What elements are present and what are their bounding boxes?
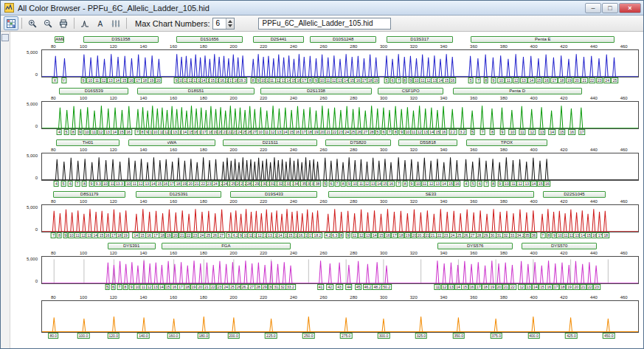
- size-label-box[interactable]: 200.0: [227, 333, 240, 339]
- allele-label-box[interactable]: 14: [528, 77, 536, 83]
- allele-label-box[interactable]: 13: [104, 129, 111, 135]
- marker-label-penta-e[interactable]: Penta E: [471, 36, 614, 43]
- minimize-button[interactable]: –: [585, 3, 601, 13]
- allele-label-box[interactable]: 4: [57, 129, 62, 135]
- allele-label-box[interactable]: 9: [347, 181, 352, 187]
- allele-label-box[interactable]: 3.2: [459, 129, 467, 135]
- allele-label-box[interactable]: 11: [351, 232, 358, 238]
- allele-label-box[interactable]: 16: [128, 77, 135, 83]
- allele-label-box[interactable]: 5: [384, 77, 389, 83]
- allele-label-box[interactable]: 5: [470, 129, 475, 135]
- allele-label-box[interactable]: 36: [530, 232, 538, 238]
- marker-label-d13s317[interactable]: D13S317: [387, 36, 453, 43]
- allele-label-box[interactable]: 15: [539, 284, 546, 290]
- allele-label-box[interactable]: 16: [387, 181, 395, 187]
- allele-label-box[interactable]: 17: [578, 129, 586, 135]
- allele-label-box[interactable]: 9: [408, 77, 413, 83]
- allele-label-box[interactable]: 8: [341, 181, 346, 187]
- allele-label-box[interactable]: 19.3: [238, 77, 248, 83]
- allele-label-box[interactable]: Y: [61, 77, 66, 83]
- marker-label-d3s1358[interactable]: D3S1358: [83, 36, 159, 43]
- allele-label-box[interactable]: 13.3: [114, 181, 125, 187]
- allele-label-box[interactable]: 14: [111, 129, 119, 135]
- allele-label-box[interactable]: 15: [537, 181, 544, 187]
- allele-label-box[interactable]: 11: [519, 129, 525, 135]
- allele-label-box[interactable]: 43: [336, 284, 343, 290]
- allele-label-box[interactable]: 9: [81, 77, 86, 83]
- allele-label-box[interactable]: 6: [328, 181, 333, 187]
- allele-label-box[interactable]: 6: [381, 129, 387, 135]
- allele-label-box[interactable]: 13: [525, 284, 533, 290]
- marker-label-d8s1179[interactable]: D8S1179: [53, 191, 125, 198]
- size-label-box[interactable]: 300.0: [378, 333, 390, 339]
- allele-label-box[interactable]: 13: [520, 77, 527, 83]
- allele-label-box[interactable]: 14: [530, 181, 538, 187]
- allele-label-box[interactable]: 9: [314, 77, 319, 83]
- allele-label-box[interactable]: 6.3: [330, 232, 339, 238]
- plot-area-black[interactable]: [41, 153, 639, 181]
- marker-label-d10s1248[interactable]: D10S1248: [310, 36, 376, 43]
- allele-label-box[interactable]: 10: [497, 77, 505, 83]
- allele-label-box[interactable]: 10: [102, 181, 109, 187]
- allele-label-box[interactable]: 8: [393, 129, 398, 135]
- allele-label-box[interactable]: 14: [548, 129, 555, 135]
- allele-label-box[interactable]: 19: [148, 77, 156, 83]
- allele-label-box[interactable]: 12: [518, 284, 525, 290]
- size-label-box[interactable]: 80.0: [48, 333, 58, 339]
- color-grid-button[interactable]: [4, 16, 18, 30]
- allele-label-box[interactable]: 16: [468, 284, 476, 290]
- marker-label-d18s51[interactable]: D18S51: [137, 88, 255, 94]
- allele-label-box[interactable]: 13: [539, 129, 546, 135]
- plot-area-red[interactable]: [41, 204, 639, 232]
- allele-label-box[interactable]: 12: [516, 181, 524, 187]
- chart-settings-button[interactable]: [108, 16, 123, 30]
- allele-label-box[interactable]: 5: [60, 181, 66, 187]
- allele-label-box[interactable]: 8: [491, 181, 496, 187]
- size-label-box[interactable]: 350.0: [453, 333, 465, 339]
- size-label-box[interactable]: 225.0: [265, 333, 277, 339]
- marker-label-d7s820[interactable]: D7S820: [325, 139, 392, 146]
- allele-label-box[interactable]: 8: [490, 129, 495, 135]
- marker-label-csf1po[interactable]: CSF1PO: [378, 88, 444, 94]
- allele-label-box[interactable]: 14: [454, 284, 462, 290]
- allele-label-box[interactable]: 9: [497, 181, 502, 187]
- allele-label-box[interactable]: 15: [536, 77, 543, 83]
- marker-label-penta-d[interactable]: Penta D: [453, 88, 582, 94]
- allele-label-box[interactable]: 15: [462, 284, 469, 290]
- marker-label-d21s11[interactable]: D21S11: [223, 139, 317, 146]
- allele-label-box[interactable]: 28: [368, 129, 375, 135]
- size-label-box[interactable]: 375.0: [490, 333, 502, 339]
- allele-label-box[interactable]: 20: [496, 284, 503, 290]
- size-label-box[interactable]: 400.0: [527, 333, 540, 339]
- size-label-box[interactable]: 275.0: [340, 333, 353, 339]
- allele-label-box[interactable]: 23: [596, 77, 603, 83]
- allele-label-box[interactable]: 9: [129, 284, 134, 290]
- size-label-box[interactable]: 140.0: [137, 333, 150, 339]
- allele-label-box[interactable]: 16: [545, 284, 553, 290]
- allele-label-box[interactable]: 18: [482, 284, 489, 290]
- allele-label-box[interactable]: 19: [122, 232, 129, 238]
- allele-label-box[interactable]: 7: [540, 232, 545, 238]
- marker-label-fga[interactable]: FGA: [162, 243, 291, 249]
- max-chart-spinner[interactable]: 6: [212, 18, 235, 30]
- marker-label-dys576[interactable]: DYS576: [437, 243, 513, 249]
- allele-label-box[interactable]: 4: [54, 181, 59, 187]
- allele-label-box[interactable]: 14: [114, 77, 121, 83]
- marker-label-d5s818[interactable]: D5S818: [398, 139, 457, 146]
- size-label-box[interactable]: 180.0: [198, 333, 210, 339]
- allele-label-box[interactable]: 7: [480, 129, 485, 135]
- allele-label-box[interactable]: 16: [544, 181, 551, 187]
- allele-label-box[interactable]: 45: [355, 284, 362, 290]
- marker-label-d1s1656[interactable]: D1S1656: [176, 36, 243, 43]
- allele-label-box[interactable]: 7: [484, 181, 489, 187]
- allele-label-box[interactable]: 20: [155, 77, 162, 83]
- allele-label-box[interactable]: 23: [593, 284, 600, 290]
- allele-label-box[interactable]: 9: [491, 77, 496, 83]
- allele-label-box[interactable]: 7: [51, 232, 56, 238]
- allele-label-box[interactable]: 46.2: [363, 284, 373, 290]
- allele-label-box[interactable]: 8: [251, 77, 256, 83]
- allele-label-box[interactable]: 11: [91, 129, 97, 135]
- allele-label-box[interactable]: 5: [105, 284, 110, 290]
- allele-label-box[interactable]: 19: [566, 284, 573, 290]
- allele-label-box[interactable]: 5: [471, 181, 476, 187]
